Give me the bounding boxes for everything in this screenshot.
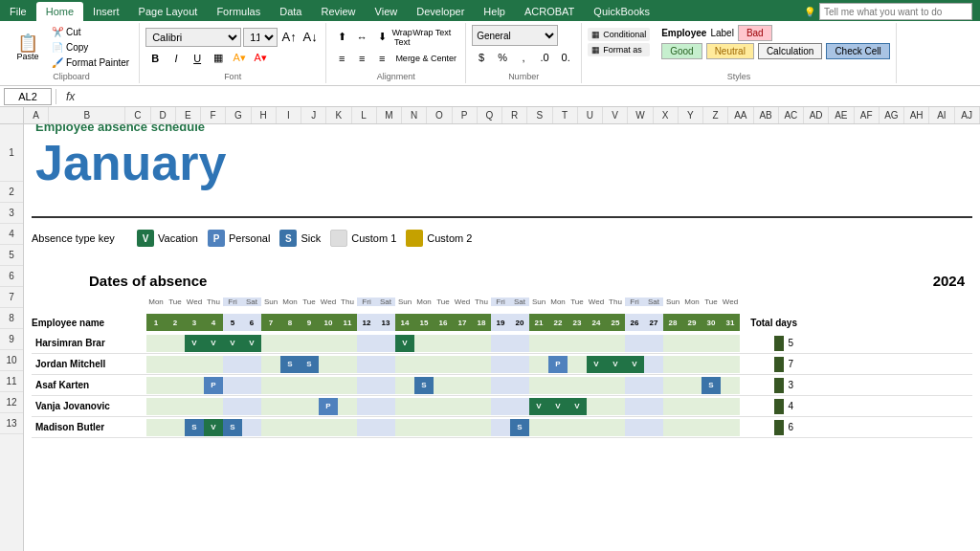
tab-file[interactable]: File: [0, 2, 36, 21]
formula-input[interactable]: [80, 91, 976, 102]
col-b[interactable]: B: [49, 107, 125, 123]
col-aa[interactable]: AA: [728, 107, 753, 123]
tab-data[interactable]: Data: [270, 2, 311, 21]
align-middle-button[interactable]: ↔: [352, 28, 371, 47]
col-ag[interactable]: AG: [880, 107, 904, 123]
font-color-button[interactable]: A▾: [251, 49, 270, 68]
percent-button[interactable]: %: [493, 48, 512, 67]
good-style[interactable]: Good: [661, 43, 702, 59]
cell-reference-input[interactable]: [4, 88, 52, 105]
row-2[interactable]: 2: [0, 182, 23, 203]
fill-color-button[interactable]: A▾: [230, 49, 249, 68]
col-v[interactable]: V: [603, 107, 628, 123]
col-x[interactable]: X: [654, 107, 679, 123]
align-center-button[interactable]: ≡: [352, 49, 371, 68]
col-y[interactable]: Y: [679, 107, 703, 123]
merge-center-button[interactable]: Merge & Center: [392, 49, 459, 68]
align-left-button[interactable]: ≡: [332, 49, 351, 68]
decrease-decimal-button[interactable]: 0.: [556, 48, 575, 67]
col-z[interactable]: Z: [703, 107, 728, 123]
col-c[interactable]: C: [125, 107, 150, 123]
col-u[interactable]: U: [578, 107, 603, 123]
decrease-font-button[interactable]: A↓: [301, 28, 320, 47]
number-format-select[interactable]: General: [472, 25, 558, 46]
col-r[interactable]: R: [502, 107, 527, 123]
row-13[interactable]: 13: [0, 413, 23, 434]
font-name-select[interactable]: Calibri: [145, 28, 241, 47]
paste-button[interactable]: 📋 Paste: [10, 32, 46, 64]
col-ah[interactable]: AH: [904, 107, 929, 123]
row-6[interactable]: 6: [0, 266, 23, 287]
col-s[interactable]: S: [527, 107, 552, 123]
currency-button[interactable]: $: [472, 48, 491, 67]
row-9[interactable]: 9: [0, 329, 23, 350]
tab-review[interactable]: Review: [311, 2, 365, 21]
row-3[interactable]: 3: [0, 203, 23, 224]
col-l[interactable]: L: [352, 107, 377, 123]
col-ad[interactable]: AD: [804, 107, 829, 123]
col-e[interactable]: E: [176, 107, 201, 123]
row-5[interactable]: 5: [0, 245, 23, 266]
comma-button[interactable]: ,: [514, 48, 533, 67]
copy-button[interactable]: 📄 Copy: [48, 40, 133, 55]
row-11[interactable]: 11: [0, 371, 23, 392]
font-size-select[interactable]: 11: [243, 28, 278, 47]
col-q[interactable]: Q: [478, 107, 502, 123]
col-p[interactable]: P: [453, 107, 478, 123]
increase-font-button[interactable]: A↑: [279, 28, 299, 47]
tab-acrobat[interactable]: ACROBAT: [515, 2, 584, 21]
col-t[interactable]: T: [553, 107, 578, 123]
tab-view[interactable]: View: [366, 2, 408, 21]
day-num-31: 31: [721, 314, 740, 331]
col-i[interactable]: I: [277, 107, 301, 123]
bad-style[interactable]: Bad: [738, 25, 772, 41]
col-d[interactable]: D: [151, 107, 176, 123]
tell-me-input[interactable]: [819, 3, 972, 20]
col-a[interactable]: A: [24, 107, 49, 123]
tab-help[interactable]: Help: [474, 2, 515, 21]
row-12[interactable]: 12: [0, 392, 23, 413]
row-10[interactable]: 10: [0, 350, 23, 371]
tab-quickbooks[interactable]: QuickBooks: [584, 2, 659, 21]
col-ac[interactable]: AC: [779, 107, 804, 123]
col-k[interactable]: K: [326, 107, 351, 123]
row-4[interactable]: 4: [0, 224, 23, 245]
tab-formulas[interactable]: Formulas: [207, 2, 270, 21]
col-h[interactable]: H: [252, 107, 277, 123]
col-g[interactable]: G: [226, 107, 251, 123]
neutral-style[interactable]: Neutral: [706, 43, 754, 59]
col-w[interactable]: W: [628, 107, 653, 123]
col-f[interactable]: F: [201, 107, 226, 123]
increase-decimal-button[interactable]: .0: [535, 48, 554, 67]
col-o[interactable]: O: [427, 107, 452, 123]
tab-insert[interactable]: Insert: [83, 2, 129, 21]
underline-button[interactable]: U: [188, 49, 207, 68]
format-as-table-button[interactable]: ▦ Format as: [588, 43, 650, 56]
bold-button[interactable]: B: [145, 49, 165, 68]
row-8[interactable]: 8: [0, 308, 23, 329]
tab-home[interactable]: Home: [36, 2, 83, 21]
tab-developer[interactable]: Developer: [407, 2, 474, 21]
italic-button[interactable]: I: [167, 49, 186, 68]
check-cell-style[interactable]: Check Cell: [826, 43, 889, 59]
align-right-button[interactable]: ≡: [372, 49, 391, 68]
row-7[interactable]: 7: [0, 287, 23, 308]
col-af[interactable]: AF: [855, 107, 880, 123]
col-aj[interactable]: AJ: [955, 107, 980, 123]
col-j[interactable]: J: [301, 107, 326, 123]
align-top-button[interactable]: ⬆: [332, 28, 351, 47]
conditional-formatting-button[interactable]: ▦ Conditional: [588, 28, 650, 41]
wrap-text-button[interactable]: Wrap Text: [392, 28, 412, 47]
col-ai[interactable]: AI: [929, 107, 954, 123]
col-ab[interactable]: AB: [754, 107, 779, 123]
format-painter-button[interactable]: 🖌️ Format Painter: [48, 55, 133, 70]
col-ae[interactable]: AE: [829, 107, 854, 123]
row-1[interactable]: 1: [0, 124, 23, 182]
align-bottom-button[interactable]: ⬇: [372, 28, 391, 47]
calculation-style[interactable]: Calculation: [758, 43, 822, 59]
tab-page-layout[interactable]: Page Layout: [129, 2, 208, 21]
col-m[interactable]: M: [377, 107, 402, 123]
cut-button[interactable]: ✂️ Cut: [48, 25, 133, 39]
col-n[interactable]: N: [402, 107, 427, 123]
border-button[interactable]: ▦: [209, 49, 228, 68]
